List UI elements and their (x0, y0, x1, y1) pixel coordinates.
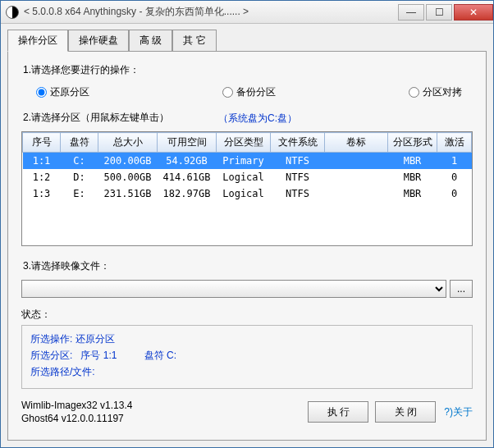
tab-disk[interactable]: 操作硬盘 (68, 30, 129, 52)
execute-button[interactable]: 执 行 (308, 401, 368, 423)
close-app-button[interactable]: 关 闭 (375, 401, 436, 423)
radio-backup[interactable]: 备份分区 (222, 85, 276, 99)
close-button[interactable]: ✕ (454, 4, 493, 21)
cell-no: 1:3 (23, 185, 61, 202)
cell-scheme: MBR (388, 153, 437, 170)
partition-table: 序号 盘符 总大小 可用空间 分区类型 文件系统 卷标 分区形式 激活 1:1C… (21, 131, 473, 246)
cell-act: 0 (437, 169, 472, 185)
version-wimlib: Wimlib-Imagex32 v1.13.4 (21, 399, 301, 412)
cell-fs: NTFS (271, 153, 325, 170)
cell-ptype: Logical (217, 169, 271, 185)
cell-fs: NTFS (271, 185, 325, 202)
section3-label: 3.请选择映像文件： (23, 259, 478, 273)
section2-label: 2.请选择分区（用鼠标左键单击） (23, 111, 169, 125)
table-row[interactable]: 1:2D:500.00GB414.61GBLogicalNTFSMBR0 (23, 169, 472, 185)
status-part-label: 所选分区: (30, 347, 72, 363)
th-total[interactable]: 总大小 (98, 133, 158, 153)
th-act[interactable]: 激活 (437, 133, 472, 153)
window-title: < 5.0.0.8 x64 Anythingsky - 复杂的东西简单化....… (24, 5, 396, 19)
radio-copy[interactable]: 分区对拷 (409, 85, 462, 99)
status-op-value: 还原分区 (75, 333, 115, 345)
table-header-row: 序号 盘符 总大小 可用空间 分区类型 文件系统 卷标 分区形式 激活 (23, 133, 472, 153)
cell-scheme: MBR (388, 185, 437, 202)
cell-no: 1:2 (23, 169, 61, 185)
status-partno-value: 1:1 (103, 350, 117, 361)
status-path-label: 所选路径/文件: (30, 363, 95, 380)
status-label: 状态： (21, 308, 473, 322)
app-window: < 5.0.0.8 x64 Anythingsky - 复杂的东西简单化....… (0, 0, 494, 448)
radio-restore[interactable]: 还原分区 (36, 85, 89, 99)
cell-drv: E: (61, 185, 98, 202)
cell-free: 54.92GB (158, 153, 217, 170)
cell-vol (325, 169, 388, 185)
status-partno-label: 序号 (80, 350, 100, 361)
cell-no: 1:1 (23, 153, 61, 170)
radio-restore-label: 还原分区 (50, 85, 89, 99)
minimize-button[interactable]: — (398, 4, 424, 21)
cell-ptype: Primary (217, 153, 271, 170)
operation-radios: 还原分区 备份分区 分区对拷 (16, 82, 478, 107)
image-file-select[interactable] (21, 280, 446, 298)
status-op-label: 所选操作: (30, 331, 72, 347)
radio-backup-label: 备份分区 (236, 85, 276, 99)
tab-other[interactable]: 其 它 (172, 30, 216, 52)
radio-restore-input[interactable] (36, 87, 47, 98)
cell-drv: D: (61, 169, 98, 185)
section1-label: 1.请选择您要进行的操作： (23, 63, 478, 77)
about-link[interactable]: ?)关于 (444, 405, 473, 419)
tab-advanced[interactable]: 高 级 (129, 30, 172, 52)
th-scheme[interactable]: 分区形式 (388, 133, 437, 153)
th-free[interactable]: 可用空间 (158, 133, 217, 153)
tab-bar: 操作分区 操作硬盘 高 级 其 它 (7, 30, 487, 52)
radio-copy-label: 分区对拷 (423, 85, 462, 99)
cell-scheme: MBR (388, 169, 437, 185)
sysdisk-hint: （系统盘为C:盘） (218, 112, 297, 126)
th-vol[interactable]: 卷标 (325, 133, 388, 153)
th-no[interactable]: 序号 (23, 133, 61, 153)
app-icon (6, 6, 19, 19)
status-drv-value: C: (167, 350, 176, 361)
radio-copy-input[interactable] (409, 87, 419, 98)
browse-button[interactable]: ... (450, 280, 473, 298)
cell-total: 500.00GB (98, 169, 158, 185)
version-info: Wimlib-Imagex32 v1.13.4 Ghost64 v12.0.0.… (21, 399, 301, 425)
table-row[interactable]: 1:3E:231.51GB182.97GBLogicalNTFSMBR0 (23, 185, 472, 202)
titlebar: < 5.0.0.8 x64 Anythingsky - 复杂的东西简单化....… (1, 1, 493, 24)
cell-total: 231.51GB (98, 185, 158, 202)
cell-total: 200.00GB (98, 153, 158, 170)
status-drv-label: 盘符 (144, 350, 164, 361)
cell-free: 414.61GB (158, 169, 217, 185)
th-ptype[interactable]: 分区类型 (217, 133, 271, 153)
th-fs[interactable]: 文件系统 (271, 133, 325, 153)
status-frame: 所选操作: 还原分区 所选分区: 序号 1:1 盘符 C: 所选路径/文件: (21, 325, 473, 389)
cell-free: 182.97GB (158, 185, 217, 202)
cell-ptype: Logical (217, 185, 271, 202)
radio-backup-input[interactable] (222, 87, 233, 98)
cell-drv: C: (61, 153, 98, 170)
cell-vol (325, 153, 388, 170)
tab-partition[interactable]: 操作分区 (7, 30, 68, 52)
maximize-button[interactable]: ☐ (426, 4, 452, 21)
th-drive[interactable]: 盘符 (61, 133, 98, 153)
panel: 1.请选择您要进行的操作： 还原分区 备份分区 分区对拷 2.请选择分区（用鼠标… (7, 51, 487, 441)
cell-fs: NTFS (271, 169, 325, 185)
cell-act: 0 (437, 185, 472, 202)
cell-vol (325, 185, 388, 202)
table-row[interactable]: 1:1C:200.00GB54.92GBPrimaryNTFSMBR1 (23, 153, 472, 170)
cell-act: 1 (437, 153, 472, 170)
footer: Wimlib-Imagex32 v1.13.4 Ghost64 v12.0.0.… (16, 394, 478, 425)
version-ghost: Ghost64 v12.0.0.11197 (21, 412, 301, 425)
